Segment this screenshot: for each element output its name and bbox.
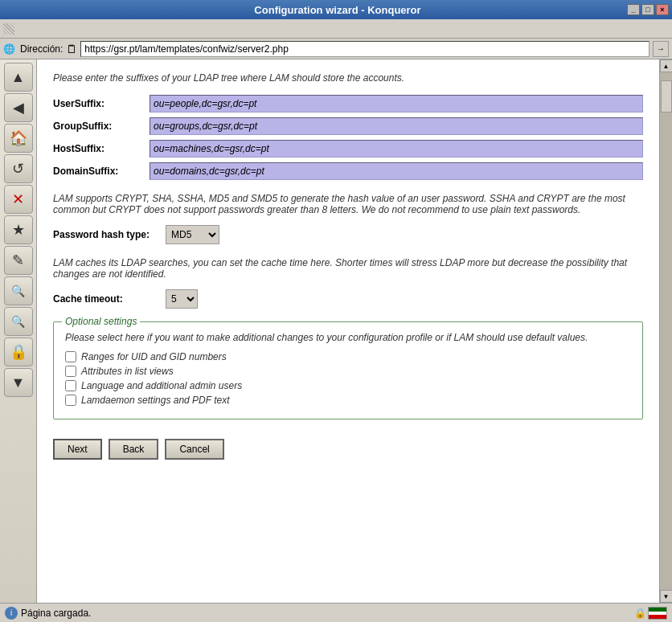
password-hash-label: Password hash type:: [53, 229, 166, 240]
cache-timeout-label: Cache timeout:: [53, 293, 166, 305]
sidebar-bookmark-button[interactable]: ★: [4, 215, 33, 244]
sidebar-home-button[interactable]: 🏠: [4, 124, 33, 153]
sidebar-zoom-out-button[interactable]: 🔍: [4, 307, 33, 336]
password-section-text: LAM supports CRYPT, SHA, SSHA, MD5 and S…: [53, 193, 643, 215]
sidebar: ▲ ◀ 🏠 ↺ ✕ ★ ✎ 🔍 🔍 🔒 ▼: [0, 59, 37, 603]
checkbox-language-label: Language and additional admin users: [81, 380, 242, 391]
sidebar-stop-button[interactable]: ✕: [4, 185, 33, 214]
titlebar: Configuration wizard - Konqueror _ □ ×: [0, 0, 672, 19]
user-suffix-label: UserSuffix:: [53, 98, 150, 109]
checkbox-list-views-label: Attributes in list views: [81, 366, 174, 377]
status-icon: i: [5, 607, 18, 620]
domain-suffix-input[interactable]: [150, 162, 643, 180]
cache-timeout-select-wrapper: 0 1 2 5 10 30 60: [166, 289, 198, 309]
button-row: Next Back Cancel: [53, 439, 643, 460]
status-message: Página cargada.: [21, 608, 91, 619]
sidebar-back-button[interactable]: ◀: [4, 93, 33, 122]
group-suffix-label: GroupSuffix:: [53, 121, 150, 132]
suffix-fields: UserSuffix: GroupSuffix: HostSuffix: Dom…: [53, 95, 643, 180]
statusbar-left: i Página cargada.: [5, 607, 91, 620]
password-hash-row: Password hash type: CRYPT SHA SSHA MD5 S…: [53, 225, 643, 244]
addressbar-page-icon: 🗒: [66, 43, 77, 55]
sidebar-edit-button[interactable]: ✎: [4, 246, 33, 275]
cache-timeout-row: Cache timeout: 0 1 2 5 10 30 60: [53, 289, 643, 309]
domain-suffix-label: DomainSuffix:: [53, 166, 150, 177]
user-suffix-input[interactable]: [150, 95, 643, 113]
group-suffix-input[interactable]: [150, 117, 643, 135]
domain-suffix-row: DomainSuffix:: [53, 162, 643, 180]
status-flag: [648, 607, 667, 620]
scrollbar[interactable]: ▲ ▼: [659, 59, 672, 603]
sidebar-up-button[interactable]: ▲: [4, 63, 33, 92]
checkbox-list-views: Attributes in list views: [65, 366, 631, 377]
scroll-track[interactable]: [660, 72, 673, 590]
cache-section-text: LAM caches its LDAP searches, you can se…: [53, 257, 643, 280]
checkbox-list-views-input[interactable]: [65, 366, 76, 377]
checkbox-language-input[interactable]: [65, 380, 76, 391]
page-icon: 🌐: [3, 43, 15, 55]
cancel-button[interactable]: Cancel: [165, 439, 223, 460]
addressbar-go-button[interactable]: →: [653, 41, 669, 57]
browser-area: ▲ ◀ 🏠 ↺ ✕ ★ ✎ 🔍 🔍 🔒 ▼ Please enter the s…: [0, 59, 672, 603]
next-button[interactable]: Next: [53, 439, 102, 460]
sidebar-security-button[interactable]: 🔒: [4, 338, 33, 366]
cache-timeout-select[interactable]: 0 1 2 5 10 30 60: [166, 289, 198, 309]
scroll-down-button[interactable]: ▼: [660, 590, 673, 603]
window-title: Configuration wizard - Konqueror: [48, 4, 627, 16]
addressbar-input[interactable]: [80, 41, 649, 57]
optional-settings-desc: Please select here if you want to make a…: [65, 332, 631, 343]
host-suffix-label: HostSuffix:: [53, 143, 150, 154]
statusbar: i Página cargada. 🔒: [0, 603, 672, 622]
group-suffix-row: GroupSuffix:: [53, 117, 643, 135]
sidebar-down-button[interactable]: ▼: [4, 368, 33, 397]
intro-text: Please enter the suffixes of your LDAP t…: [53, 72, 643, 84]
scroll-up-button[interactable]: ▲: [660, 59, 673, 72]
browser-toolbar: [0, 19, 672, 39]
password-hash-select[interactable]: CRYPT SHA SSHA MD5 SMD5 PLAIN: [166, 225, 219, 244]
optional-settings-legend: Optional settings: [62, 316, 140, 327]
lock-icon: 🔒: [633, 607, 646, 620]
close-button[interactable]: ×: [656, 4, 669, 15]
password-hash-select-wrapper: CRYPT SHA SSHA MD5 SMD5 PLAIN: [166, 225, 219, 244]
checkbox-language: Language and additional admin users: [65, 380, 631, 391]
addressbar: 🌐 Dirección: 🗒 →: [0, 39, 672, 59]
host-suffix-input[interactable]: [150, 140, 643, 158]
host-suffix-row: HostSuffix:: [53, 140, 643, 158]
checkbox-uid-gid-label: Ranges for UID and GID numbers: [81, 351, 227, 362]
maximize-button[interactable]: □: [641, 4, 654, 15]
scroll-thumb[interactable]: [661, 80, 672, 113]
toolbar-grip: [3, 23, 14, 35]
minimize-button[interactable]: _: [627, 4, 640, 15]
checkbox-lamdaemon-input[interactable]: [65, 395, 76, 406]
statusbar-right: 🔒: [633, 607, 667, 620]
checkbox-uid-gid-input[interactable]: [65, 351, 76, 362]
back-button[interactable]: Back: [109, 439, 159, 460]
addressbar-label: Dirección:: [20, 43, 63, 55]
user-suffix-row: UserSuffix:: [53, 95, 643, 113]
checkbox-lamdaemon: Lamdaemon settings and PDF text: [65, 395, 631, 406]
window-controls[interactable]: _ □ ×: [627, 4, 669, 15]
sidebar-refresh-button[interactable]: ↺: [4, 154, 33, 183]
sidebar-zoom-in-button[interactable]: 🔍: [4, 276, 33, 305]
main-content: Please enter the suffixes of your LDAP t…: [37, 59, 659, 603]
optional-settings-box: Optional settings Please select here if …: [53, 321, 643, 419]
checkbox-uid-gid: Ranges for UID and GID numbers: [65, 351, 631, 362]
checkbox-lamdaemon-label: Lamdaemon settings and PDF text: [81, 395, 230, 406]
